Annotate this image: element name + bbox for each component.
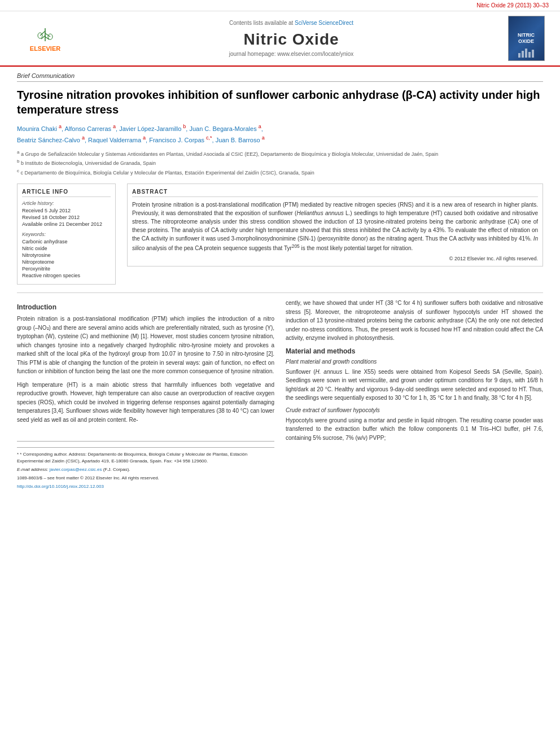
footnotes: * * Corresponding author. Address: Depar… — [17, 447, 274, 490]
doi-link[interactable]: http://dx.doi.org/10.1016/j.niox.2012.12… — [17, 484, 104, 489]
authors-line: Mounira Chaki a, Alfonso Carreras a, Jav… — [17, 123, 543, 146]
journal-citation: Nitric Oxide 29 (2013) 30–33 — [0, 0, 560, 11]
abstract-header: Abstract — [132, 189, 538, 197]
keywords-label: Keywords: — [22, 231, 111, 237]
plant-material-text: Sunflower (H. annuus L. line X55) seeds … — [286, 368, 543, 403]
sciverse-anchor[interactable]: SciVerse ScienceDirect — [295, 20, 353, 26]
methods-title: Material and methods — [286, 347, 543, 355]
received-date: Received 5 July 2012 — [22, 208, 111, 213]
revised-date: Revised 18 October 2012 — [22, 215, 111, 220]
cover-bar-4 — [528, 52, 531, 58]
affiliations: a a Grupo de Señalización Molecular y Si… — [17, 149, 543, 177]
article-info-box: Article Info Article history: Received 5… — [17, 184, 116, 285]
cover-bar-1 — [518, 53, 520, 58]
intro-continuation: cently, we have showed that under HT (38… — [286, 299, 543, 343]
keyword-3: Nitrotyrosine — [22, 252, 111, 258]
article-info-header: Article Info — [22, 189, 111, 197]
article-title: Tyrosine nitration provokes inhibition o… — [17, 88, 543, 117]
body-content: Introduction Protein nitration is a post… — [17, 299, 543, 492]
body-right-column: cently, we have showed that under HT (38… — [286, 299, 543, 492]
journal-cover-area: NITRIC OXIDE — [504, 16, 549, 61]
abstract-copyright: © 2012 Elsevier Inc. All rights reserved… — [132, 256, 538, 261]
abstract-text: Protein tyrosine nitration is a post-tra… — [132, 200, 538, 252]
crude-extract-subtitle: Crude extract of sunflower hypocotyls — [286, 407, 543, 413]
body-left-column: Introduction Protein nitration is a post… — [17, 299, 274, 492]
article-type: Brief Communication — [17, 72, 543, 82]
keyword-2: Nitric oxide — [22, 246, 111, 251]
elsevier-brand: ELSEVIER — [30, 45, 60, 52]
history-label: Article history: — [22, 200, 111, 206]
cover-bar-2 — [522, 51, 524, 58]
cover-title-line2: OXIDE — [518, 38, 534, 44]
homepage-text: journal homepage: www.elsevier.com/locat… — [229, 51, 354, 57]
footnote-area: * * Corresponding author. Address: Depar… — [17, 441, 274, 490]
content-divider — [17, 292, 543, 293]
keyword-4: Nitroproteome — [22, 259, 111, 265]
abstract-box: Abstract Protein tyrosine nitration is a… — [127, 184, 543, 267]
info-abstract-row: Article Info Article history: Received 5… — [17, 184, 543, 285]
article-content: Brief Communication Tyrosine nitration p… — [0, 67, 560, 503]
footnote-corresponding: * * Corresponding author. Address: Depar… — [17, 451, 274, 465]
intro-paragraph-1: Protein nitration is a post-translationa… — [17, 314, 274, 376]
sciverse-link[interactable]: Contents lists available at SciVerse Sci… — [229, 20, 353, 26]
journal-cover-image: NITRIC OXIDE — [508, 16, 545, 61]
crude-extract-text: Hypocotyls were ground using a mortar an… — [286, 416, 543, 443]
affiliation-c: c c Departamento de Bioquímica, Biología… — [17, 168, 543, 177]
cover-bar-5 — [532, 50, 534, 58]
journal-homepage: journal homepage: www.elsevier.com/locat… — [229, 51, 354, 57]
journal-citation-text: Nitric Oxide 29 (2013) 30–33 — [476, 2, 549, 8]
footnote-issn: 1089-8603/$ – see front matter © 2012 El… — [17, 475, 274, 482]
affiliation-b: b b Instituto de Biotecnología, Universi… — [17, 158, 543, 168]
keyword-1: Carbonic anhydrase — [22, 239, 111, 244]
keyword-6: Reactive nitrogen species — [22, 273, 111, 278]
cover-chart — [509, 46, 544, 58]
cover-title-line1: NITRIC — [518, 32, 535, 38]
journal-title-area: Contents lists available at SciVerse Sci… — [79, 16, 504, 61]
footnote-divider — [17, 441, 274, 442]
cover-bar-3 — [525, 49, 527, 58]
elsevier-logo-icon — [30, 25, 61, 43]
email-link[interactable]: javier.corpas@eez.csic.es — [50, 467, 102, 472]
affiliation-a: a a Grupo de Señalización Molecular y Si… — [17, 149, 543, 159]
article-info-column: Article Info Article history: Received 5… — [17, 184, 116, 285]
keyword-5: Peroxynitrite — [22, 266, 111, 272]
journal-title: Nitric Oxide — [243, 30, 339, 49]
footnote-doi: http://dx.doi.org/10.1016/j.niox.2012.12… — [17, 483, 274, 490]
footnote-email: E-mail address: javier.corpas@eez.csic.e… — [17, 466, 274, 473]
intro-paragraph-2: High temperature (HT) is a main abiotic … — [17, 381, 274, 425]
journal-header: ELSEVIER Contents lists available at Sci… — [0, 11, 560, 67]
abstract-column: Abstract Protein tyrosine nitration is a… — [127, 184, 543, 285]
plant-material-subtitle: Plant material and growth conditions — [286, 359, 543, 365]
publisher-logo-area: ELSEVIER — [11, 16, 79, 61]
sciverse-prefix: Contents lists available at — [229, 20, 295, 26]
cover-title: NITRIC OXIDE — [518, 32, 535, 45]
available-online-date: Available online 21 December 2012 — [22, 221, 111, 227]
introduction-title: Introduction — [17, 303, 274, 311]
